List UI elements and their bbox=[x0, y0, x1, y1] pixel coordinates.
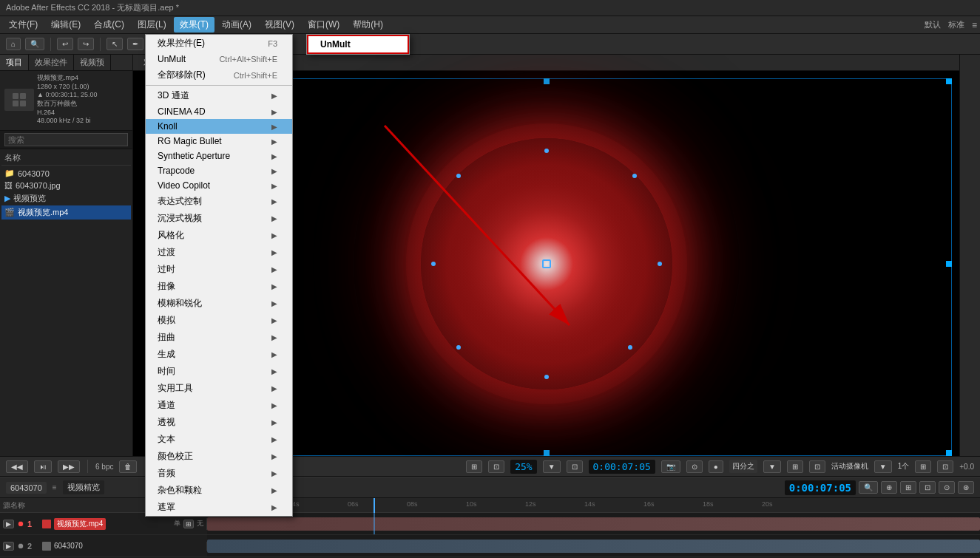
menu-effect-controls[interactable]: 效果控件(E) F3 bbox=[146, 35, 292, 52]
timeline-timecode[interactable]: 0:00:07:05 bbox=[785, 480, 856, 495]
fast-preview-btn[interactable]: ⊡ bbox=[937, 460, 953, 473]
timeline-comp-name[interactable]: 6043070 bbox=[6, 482, 47, 494]
handle-tr[interactable] bbox=[946, 78, 952, 84]
timeline-tool-3[interactable]: ⊡ bbox=[919, 481, 936, 494]
menu-knoll[interactable]: Knoll ▶ bbox=[146, 119, 292, 134]
menu-help[interactable]: 帮助(H) bbox=[347, 17, 389, 33]
pen-tool[interactable]: ✒ bbox=[127, 38, 143, 50]
project-item-folder[interactable]: 📁 6043070 bbox=[1, 167, 131, 180]
timeline-preview-label[interactable]: 视频精览 bbox=[63, 480, 104, 494]
menu-animation[interactable]: 动画(A) bbox=[216, 17, 257, 33]
menu-stylize[interactable]: 风格化 ▶ bbox=[146, 227, 292, 244]
expand-track-1[interactable]: ▶ bbox=[3, 520, 14, 528]
handle-dot-8[interactable] bbox=[628, 345, 632, 350]
search-button[interactable]: 🔍 bbox=[25, 38, 44, 50]
track-name-1[interactable]: 视频预览.mp4 bbox=[54, 518, 106, 530]
timeline-tool-2[interactable]: ⊞ bbox=[900, 481, 916, 494]
handle-dot-2[interactable] bbox=[431, 262, 436, 266]
timeline-tool-1[interactable]: ⊕ bbox=[881, 481, 897, 494]
expand-track-2[interactable]: ▶ bbox=[3, 542, 14, 551]
handle-r[interactable] bbox=[946, 261, 952, 267]
handle-dot-3[interactable] bbox=[658, 262, 662, 266]
handle-b[interactable] bbox=[544, 450, 550, 456]
handle-br[interactable] bbox=[946, 450, 952, 456]
renderer-btn[interactable]: ⊞ bbox=[915, 460, 931, 473]
menu-cinema4d[interactable]: CINEMA 4D ▶ bbox=[146, 104, 292, 119]
preview-options[interactable]: ⊞ bbox=[466, 460, 482, 473]
handle-t[interactable] bbox=[544, 78, 550, 84]
toggle-btn[interactable]: ⊡ bbox=[809, 460, 825, 473]
menu-edit[interactable]: 编辑(E) bbox=[45, 17, 87, 33]
menu-view[interactable]: 视图(V) bbox=[259, 17, 300, 33]
timeline-tool-4[interactable]: ⊙ bbox=[939, 481, 955, 494]
handle-dot-7[interactable] bbox=[456, 345, 461, 350]
camera-dropdown[interactable]: ▼ bbox=[874, 460, 892, 473]
menu-channel[interactable]: 通道 ▶ bbox=[146, 397, 292, 414]
timeline-tool-5[interactable]: ⊛ bbox=[958, 481, 974, 494]
project-item-comp[interactable]: ▶ 视频预览 bbox=[1, 191, 131, 205]
menu-simulate[interactable]: 模拟 ▶ bbox=[146, 312, 292, 329]
track-visible-2[interactable]: ⏺ bbox=[17, 542, 24, 550]
menu-perspective[interactable]: 扭曲 ▶ bbox=[146, 329, 292, 346]
redo-button[interactable]: ↪ bbox=[78, 38, 94, 50]
layer-view-btn[interactable]: ⊞ bbox=[787, 460, 803, 473]
comp-timecode[interactable]: 0:00:07:05 bbox=[589, 460, 655, 474]
timecode-display[interactable]: 25% bbox=[510, 460, 536, 474]
menu-transition[interactable]: 过渡 ▶ bbox=[146, 244, 292, 261]
menu-remove-all[interactable]: 全部移除(R) Ctrl+Shift+E bbox=[146, 67, 292, 84]
project-item-jpg[interactable]: 🖼 6043070.jpg bbox=[1, 180, 131, 191]
handle-dot-5[interactable] bbox=[456, 174, 461, 178]
menu-composition[interactable]: 合成(C) bbox=[88, 17, 130, 33]
project-item-video[interactable]: 🎬 视频预览.mp4 bbox=[1, 205, 131, 220]
menu-unmult[interactable]: UnMult Ctrl+Alt+Shift+E bbox=[146, 52, 292, 67]
menu-text[interactable]: 文本 ▶ bbox=[146, 431, 292, 448]
preview-button[interactable]: ◀◀ bbox=[6, 460, 28, 473]
tab-effect-controls[interactable]: 效果控件 bbox=[29, 55, 74, 70]
monitor-btn[interactable]: ⊡ bbox=[488, 460, 504, 473]
menu-time[interactable]: 时间 ▶ bbox=[146, 363, 292, 380]
menu-synthetic-aperture[interactable]: Synthetic Aperture ▶ bbox=[146, 149, 292, 163]
knoll-unmult[interactable]: UnMult bbox=[307, 35, 409, 54]
menu-effect[interactable]: 效果(T) bbox=[174, 17, 214, 33]
menu-expression-controls[interactable]: 表达式控制 ▶ bbox=[146, 193, 292, 210]
zoom-dropdown[interactable]: ▼ bbox=[543, 460, 561, 473]
menu-blur-sharpen[interactable]: 模糊和锐化 ▶ bbox=[146, 295, 292, 312]
home-button[interactable]: ⌂ bbox=[6, 38, 21, 50]
trash-button[interactable]: 🗑 bbox=[119, 460, 137, 473]
menu-color-correction[interactable]: 颜色校正 ▶ bbox=[146, 448, 292, 465]
menu-matte[interactable]: 遮罩 ▶ bbox=[146, 499, 292, 516]
tab-video-preview[interactable]: 视频预 bbox=[74, 55, 111, 70]
select-tool[interactable]: ↖ bbox=[107, 38, 123, 50]
menu-layer[interactable]: 图层(L) bbox=[132, 17, 172, 33]
search-timeline-btn[interactable]: 🔍 bbox=[859, 481, 878, 494]
undo-button[interactable]: ↩ bbox=[57, 38, 73, 50]
menu-file[interactable]: 文件(F) bbox=[3, 17, 44, 33]
track-visible-1[interactable]: ⏺ bbox=[17, 520, 24, 528]
menu-window[interactable]: 窗口(W) bbox=[302, 17, 345, 33]
handle-dot-6[interactable] bbox=[632, 174, 637, 178]
snapshot-btn[interactable]: ⊙ bbox=[686, 460, 703, 473]
next-frame-button[interactable]: ▶▶ bbox=[58, 460, 80, 473]
menu-rg-magic-bullet[interactable]: RG Magic Bullet ▶ bbox=[146, 134, 292, 149]
handle-dot-1[interactable] bbox=[544, 149, 549, 153]
play-button[interactable]: ⏯ bbox=[34, 460, 52, 473]
camera-icon-btn[interactable]: 📷 bbox=[661, 460, 680, 473]
menu-perspective2[interactable]: 透视 ▶ bbox=[146, 414, 292, 431]
playhead[interactable] bbox=[374, 498, 375, 513]
menu-trapcode[interactable]: Trapcode ▶ bbox=[146, 163, 292, 178]
view-mode-dropdown[interactable]: ▼ bbox=[763, 460, 781, 473]
view-options[interactable]: ⊡ bbox=[567, 460, 583, 473]
search-input[interactable] bbox=[4, 133, 128, 146]
track-name-2[interactable]: 6043070 bbox=[54, 542, 83, 550]
menu-distort[interactable]: 扭像 ▶ bbox=[146, 278, 292, 295]
tab-project[interactable]: 项目 bbox=[0, 55, 29, 70]
handle-dot-4[interactable] bbox=[544, 375, 549, 379]
track-settings-1[interactable]: ⊞ bbox=[183, 520, 194, 528]
menu-noise-grain[interactable]: 杂色和颗粒 ▶ bbox=[146, 482, 292, 499]
show-snapshot-btn[interactable]: ● bbox=[709, 460, 723, 473]
menu-immersive-video[interactable]: 沉浸式视频 ▶ bbox=[146, 210, 292, 227]
menu-generate[interactable]: 生成 ▶ bbox=[146, 346, 292, 363]
menu-obsolete[interactable]: 过时 ▶ bbox=[146, 261, 292, 278]
menu-3d-channel[interactable]: 3D 通道 ▶ bbox=[146, 87, 292, 104]
menu-audio[interactable]: 音频 ▶ bbox=[146, 465, 292, 482]
